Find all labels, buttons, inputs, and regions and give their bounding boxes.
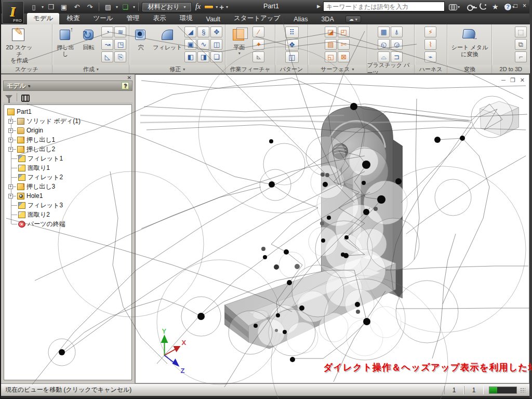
minimize-button[interactable]: ─ bbox=[504, 2, 509, 9]
copy-2d-icon[interactable]: ⧉ bbox=[515, 39, 527, 50]
direct-edit-icon[interactable]: ❏ bbox=[210, 51, 222, 62]
thicken-icon[interactable]: ◧ bbox=[184, 51, 196, 62]
chamfer-icon[interactable]: ◢ bbox=[184, 26, 196, 37]
trim-icon[interactable]: ✄ bbox=[338, 39, 350, 50]
rectangular-pattern-icon[interactable]: ⠿ bbox=[285, 26, 299, 38]
browser-header[interactable]: モデル ▾ ? bbox=[3, 81, 132, 91]
delete-face-surf-icon[interactable]: ⊠ bbox=[338, 51, 350, 62]
tree-item-面取り2[interactable]: 面取り2 bbox=[6, 210, 131, 219]
select-icon[interactable]: ❏ bbox=[119, 2, 131, 12]
rest-icon[interactable]: ◶ bbox=[391, 39, 403, 50]
doc-minimize-icon[interactable]: ─ bbox=[501, 77, 506, 84]
find-binoculars-icon[interactable] bbox=[21, 95, 30, 100]
maximize-button[interactable]: □ bbox=[514, 2, 517, 9]
material-dropdown-arrow-icon[interactable]: ▾ bbox=[183, 5, 185, 9]
tab-モデル[interactable]: モデル bbox=[27, 13, 59, 24]
tab-Alias[interactable]: Alias bbox=[287, 15, 314, 24]
close-button[interactable]: × bbox=[523, 2, 526, 9]
fillet-button[interactable]: フィレット bbox=[152, 26, 182, 64]
panel-label-sketch[interactable]: スケッチ bbox=[1, 65, 52, 73]
split-icon[interactable]: ∿ bbox=[197, 39, 209, 50]
tab-スタートアップ[interactable]: スタートアップ bbox=[228, 13, 286, 24]
harness-segment-icon[interactable]: ⚡ bbox=[424, 26, 436, 37]
harness-route-icon[interactable]: ⌁ bbox=[424, 51, 436, 62]
tree-item-押し出し3[interactable]: +押し出し3 bbox=[6, 182, 131, 191]
update-icon[interactable]: ▨ bbox=[102, 2, 114, 12]
panel-label-work[interactable]: 作業フィーチャ bbox=[225, 65, 274, 73]
boss-icon[interactable]: ⍋ bbox=[391, 26, 403, 37]
panel-label-modify[interactable]: 修正▾ bbox=[129, 65, 225, 73]
work-plane-button[interactable]: 平面 ▾ bbox=[228, 26, 250, 64]
snap-fit-icon[interactable]: ⊐ bbox=[391, 51, 403, 62]
measure-dropdown-icon[interactable]: ▾ bbox=[216, 5, 218, 9]
move-body-icon[interactable]: ✥ bbox=[210, 26, 222, 37]
thread-icon[interactable]: § bbox=[197, 26, 209, 37]
tree-item-フィレット3[interactable]: フィレット3 bbox=[6, 201, 131, 210]
tree-item-フィレット1[interactable]: フィレット1 bbox=[6, 154, 131, 163]
combine-icon[interactable]: ◫ bbox=[210, 39, 222, 50]
cloud-tab-icon[interactable]: ☁▾ bbox=[345, 16, 361, 23]
revolve-button[interactable]: ↻ 回転 bbox=[78, 26, 99, 64]
sculpt-icon[interactable]: ▤ bbox=[325, 39, 337, 50]
tree-expander-icon[interactable]: + bbox=[8, 138, 13, 142]
viewport[interactable]: ─ ❐ ✕ bbox=[135, 74, 529, 383]
emboss-icon[interactable]: ◳ bbox=[114, 39, 126, 50]
ucs-icon[interactable]: ⊾ bbox=[252, 51, 264, 62]
tree-expander-icon[interactable]: + bbox=[8, 194, 13, 198]
tree-item-面取り1[interactable]: 面取り1 bbox=[6, 163, 131, 172]
tab-3DA[interactable]: 3DA bbox=[315, 15, 340, 24]
lip-icon[interactable]: ⌓ bbox=[378, 51, 390, 62]
tab-ツール[interactable]: ツール bbox=[87, 13, 119, 24]
mirror-icon[interactable]: ◫ bbox=[285, 51, 299, 63]
tree-expander-icon[interactable]: + bbox=[8, 147, 13, 152]
tab-管理[interactable]: 管理 bbox=[120, 13, 145, 24]
panel-label-surface[interactable]: サーフェス▾ bbox=[308, 65, 366, 73]
circular-pattern-icon[interactable]: ❖ bbox=[285, 39, 299, 50]
tree-item-Part1[interactable]: Part1 bbox=[6, 107, 131, 116]
material-dropdown[interactable]: 材料どおり ▾ bbox=[142, 2, 192, 12]
measure-ruler-icon[interactable] bbox=[204, 5, 214, 9]
undo-icon[interactable]: ↶ bbox=[71, 2, 83, 12]
search-input[interactable] bbox=[323, 2, 445, 11]
tree-item-ソリッド ボディ(1)[interactable]: +ソリッド ボディ(1) bbox=[6, 116, 131, 126]
customize-dropdown-icon[interactable]: ▾ bbox=[226, 5, 228, 9]
harness-part-icon[interactable]: ⌇ bbox=[424, 39, 436, 50]
tab-検査[interactable]: 検査 bbox=[60, 13, 86, 24]
panel-label-plastic[interactable]: プラスチック パーツ bbox=[367, 65, 414, 73]
search-binoculars-icon[interactable]: ▾ bbox=[449, 2, 460, 11]
hole-button[interactable]: 穴 bbox=[131, 26, 150, 64]
delete-face-icon[interactable]: ◨ bbox=[197, 51, 209, 62]
favorites-star-icon[interactable]: ★ bbox=[492, 2, 499, 11]
panel-label-create[interactable]: 作成▾ bbox=[52, 65, 129, 73]
application-menu-button[interactable]: I PRO bbox=[2, 1, 24, 24]
work-axis-icon[interactable]: ⁄ bbox=[252, 26, 264, 37]
tree-item-Hole1[interactable]: +Hole1 bbox=[6, 191, 131, 201]
tab-表示[interactable]: 表示 bbox=[147, 13, 172, 24]
doc-close-icon[interactable]: ✕ bbox=[520, 77, 525, 84]
extrude-button[interactable]: ↑ 押し出し bbox=[55, 26, 76, 64]
viewcube[interactable] bbox=[480, 101, 519, 136]
panel-label-convert[interactable]: 変換 bbox=[447, 65, 491, 73]
stitch-icon[interactable]: ◪ bbox=[325, 26, 337, 37]
parameters-fx-icon[interactable]: fx bbox=[195, 3, 201, 11]
tree-item-押し出し1[interactable]: +押し出し1 bbox=[6, 135, 131, 144]
align-2d-icon[interactable]: ⌐ bbox=[515, 51, 527, 62]
work-point-icon[interactable]: ✦ bbox=[252, 39, 264, 50]
panel-label-2d-to-3d[interactable]: 2D to 3D bbox=[492, 65, 529, 73]
tab-環境[interactable]: 環境 bbox=[173, 13, 198, 24]
update-dropdown-icon[interactable]: ▾ bbox=[116, 5, 118, 9]
create-2d-sketch-button[interactable]: 2D スケッチを作成 bbox=[3, 26, 35, 64]
extract-faces-icon[interactable]: ⬚ bbox=[515, 26, 527, 37]
boundary-patch-icon[interactable]: ◰ bbox=[338, 26, 350, 37]
rule-fillet-icon[interactable]: ◵ bbox=[378, 39, 390, 50]
select-dropdown-icon[interactable]: ▾ bbox=[133, 5, 135, 9]
customize-plus-icon[interactable]: + bbox=[219, 3, 224, 11]
key-icon[interactable] bbox=[467, 2, 475, 11]
panel-label-harness[interactable]: ハーネス bbox=[415, 65, 447, 73]
tree-expander-icon[interactable]: + bbox=[8, 128, 13, 133]
tree-item-Origin[interactable]: +Origin bbox=[6, 126, 131, 135]
redo-icon[interactable]: ↷ bbox=[84, 2, 96, 12]
extend-icon[interactable]: ◱ bbox=[325, 51, 337, 62]
rib-icon[interactable]: ◺ bbox=[101, 51, 113, 62]
save-icon[interactable]: ▣ bbox=[58, 2, 70, 12]
